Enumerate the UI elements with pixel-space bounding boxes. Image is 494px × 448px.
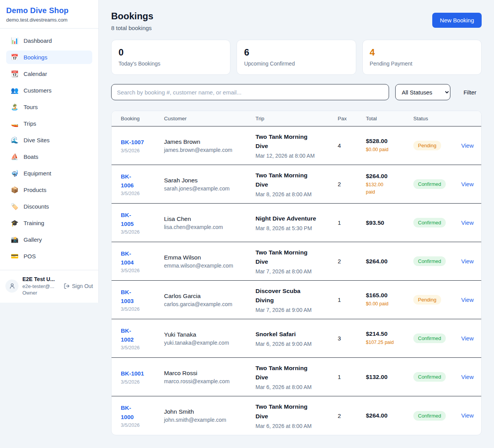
booking-id-link[interactable]: BK-1007 <box>121 138 156 147</box>
booking-id-link[interactable]: BK- 1004 <box>121 249 156 267</box>
table-row: BK- 1005 3/5/2026 Lisa Chen lisa.chen@ex… <box>112 204 481 242</box>
user-section: E2E Test U... e2e-tester@... Owner Sign … <box>0 270 98 303</box>
pax-count: 4 <box>338 142 358 149</box>
sidebar-item-bookings[interactable]: 📅 Bookings <box>6 51 92 64</box>
sidebar-item-trips[interactable]: 🚤 Trips <box>6 117 92 130</box>
new-booking-button[interactable]: New Booking <box>432 13 482 28</box>
table-row: BK- 1000 3/5/2026 John Smith john.smith@… <box>112 396 481 435</box>
customer-cell: Carlos Garcia carlos.garcia@example.com <box>164 293 255 307</box>
customer-cell: Yuki Tanaka yuki.tanaka@example.com <box>164 331 255 346</box>
status-cell: Confirmed <box>413 333 461 343</box>
view-link[interactable]: View <box>461 219 474 226</box>
customer-email: sarah.jones@example.com <box>164 185 248 192</box>
trip-name: Two Tank Morning Dive <box>255 132 317 151</box>
sidebar-item-customers[interactable]: 👥 Customers <box>6 84 92 97</box>
sidebar-item-discounts[interactable]: 🏷️ Discounts <box>6 200 92 213</box>
total-amount: $93.50 <box>366 219 406 226</box>
pax-cell: 1 <box>338 374 366 380</box>
sidebar-item-dashboard[interactable]: 📊 Dashboard <box>6 34 92 47</box>
status-badge: Pending <box>413 295 441 305</box>
sidebar-item-label: Boats <box>24 153 38 160</box>
booking-id-link[interactable]: BK-1001 <box>121 369 156 378</box>
pax-count: 1 <box>338 296 358 303</box>
view-link[interactable]: View <box>461 181 474 187</box>
avatar <box>5 280 19 293</box>
trip-cell: Two Tank Morning Dive Mar 7, 2026 at 8:0… <box>255 248 338 275</box>
status-badge: Confirmed <box>413 179 446 189</box>
status-cell: Confirmed <box>413 179 461 189</box>
booking-date: 3/5/2026 <box>121 229 156 235</box>
status-badge: Confirmed <box>413 218 446 227</box>
person-icon <box>9 283 15 289</box>
sidebar-item-gallery[interactable]: 📸 Gallery <box>6 233 92 246</box>
stat-value: 4 <box>370 47 474 58</box>
user-meta: E2E Test U... e2e-tester@... Owner <box>22 276 60 296</box>
total-cell: $264.00 <box>366 258 413 265</box>
pax-count: 1 <box>338 219 358 226</box>
pax-cell: 2 <box>338 258 366 264</box>
sidebar-item-tours[interactable]: 🏝️ Tours <box>6 100 92 114</box>
booking-id-link[interactable]: BK- 1002 <box>121 326 156 344</box>
view-link[interactable]: View <box>461 374 474 380</box>
booking-date: 3/5/2026 <box>121 379 156 385</box>
status-filter-select[interactable]: All Statuses <box>395 84 450 100</box>
sidebar-item-products[interactable]: 📦 Products <box>6 183 92 197</box>
booking-date: 3/5/2026 <box>121 148 156 153</box>
page-title: Bookings <box>111 11 153 22</box>
booking-cell: BK-1007 3/5/2026 <box>121 138 164 153</box>
sidebar-item-boats[interactable]: ⛵ Boats <box>6 150 92 163</box>
view-link[interactable]: View <box>461 296 474 303</box>
table-row: BK- 1002 3/5/2026 Yuki Tanaka yuki.tanak… <box>112 319 481 358</box>
view-link[interactable]: View <box>461 258 474 264</box>
booking-cell: BK- 1004 3/5/2026 <box>121 249 164 274</box>
trip-datetime: Mar 7, 2026 at 9:00 AM <box>255 307 330 313</box>
view-link[interactable]: View <box>461 335 474 342</box>
sidebar-item-calendar[interactable]: 📆 Calendar <box>6 67 92 81</box>
table-row: BK- 1004 3/5/2026 Emma Wilson emma.wilso… <box>112 242 481 281</box>
view-link[interactable]: View <box>461 412 474 419</box>
trip-datetime: Mar 8, 2026 at 5:30 PM <box>255 225 330 231</box>
trip-cell: Discover Scuba Diving Mar 7, 2026 at 9:0… <box>255 286 338 313</box>
booking-cell: BK- 1006 3/5/2026 <box>121 172 164 197</box>
booking-id-link[interactable]: BK- 1005 <box>121 211 156 229</box>
total-amount: $264.00 <box>366 258 406 265</box>
package-icon: 📦 <box>11 186 19 194</box>
sidebar-item-label: Discounts <box>24 203 49 210</box>
status-cell: Confirmed <box>413 218 461 227</box>
trip-name: Two Tank Morning Dive <box>255 248 317 266</box>
sidebar-item-dive-sites[interactable]: 🌊 Dive Sites <box>6 133 92 147</box>
status-cell: Pending <box>413 141 461 150</box>
user-name: E2E Test U... <box>22 276 60 283</box>
table-header-row: Booking Customer Trip Pax Total Status <box>112 111 481 126</box>
customer-name: Emma Wilson <box>164 254 248 261</box>
sidebar-item-equipment[interactable]: 🤿 Equipment <box>6 167 92 180</box>
sign-out-label: Sign Out <box>72 283 93 289</box>
column-header-trip: Trip <box>255 116 338 121</box>
stat-card-todays-bookings: 0 Today's Bookings <box>111 40 230 75</box>
trip-name: Two Tank Morning Dive <box>255 402 317 421</box>
sidebar-item-label: Gallery <box>24 236 42 243</box>
view-link[interactable]: View <box>461 142 474 149</box>
actions-cell: View <box>461 335 481 342</box>
pax-cell: 1 <box>338 296 366 303</box>
sidebar-item-pos[interactable]: 💳 POS <box>6 249 92 263</box>
actions-cell: View <box>461 219 481 226</box>
trip-datetime: Mar 7, 2026 at 8:00 AM <box>255 268 330 275</box>
trip-name: Two Tank Morning Dive <box>255 364 317 382</box>
trip-name: Discover Scuba Diving <box>255 286 317 305</box>
total-cell: $132.00 <box>366 374 413 381</box>
booking-id-link[interactable]: BK- 1003 <box>121 288 156 306</box>
booking-id-link[interactable]: BK- 1000 <box>121 403 156 421</box>
actions-cell: View <box>461 142 481 149</box>
trip-datetime: Mar 6, 2026 at 8:00 AM <box>255 423 330 429</box>
sign-out-button[interactable]: Sign Out <box>64 283 94 289</box>
trip-name: Two Tank Morning Dive <box>255 171 317 189</box>
search-input[interactable] <box>111 84 389 100</box>
booking-id-link[interactable]: BK- 1006 <box>121 172 156 190</box>
filter-button[interactable]: Filter <box>457 89 482 96</box>
pax-cell: 1 <box>338 219 366 226</box>
customer-email: james.brown@example.com <box>164 147 248 153</box>
sidebar-item-label: Training <box>24 220 44 226</box>
logout-icon <box>64 283 70 289</box>
sidebar-item-training[interactable]: 🎓 Training <box>6 216 92 230</box>
